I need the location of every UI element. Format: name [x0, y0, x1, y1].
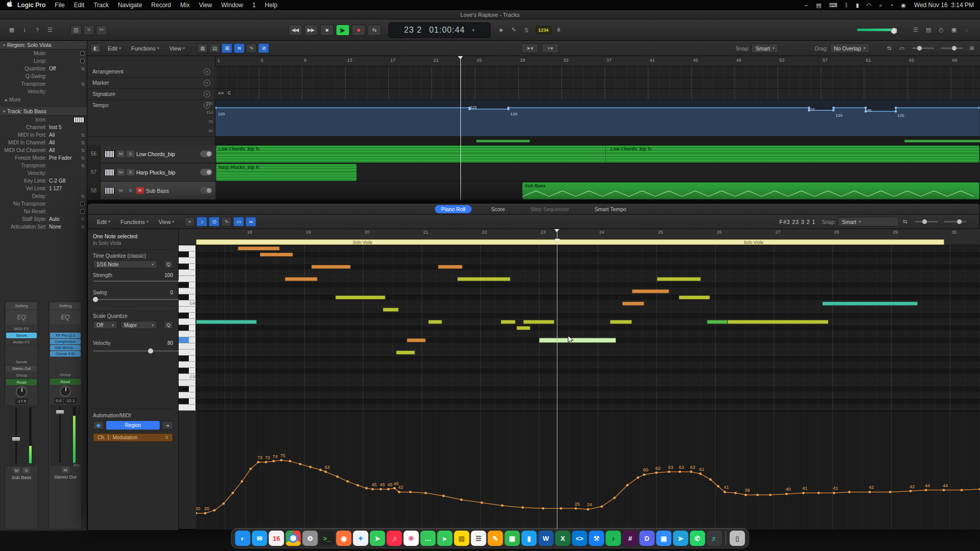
inspector-icon[interactable]: i [19, 25, 30, 35]
stepper[interactable]: ⇅ [81, 140, 85, 145]
help-icon[interactable]: ? [32, 25, 43, 35]
automation-mode-button[interactable]: Read [6, 379, 37, 385]
piano-key[interactable] [179, 325, 196, 331]
lcd-position[interactable]: 23 2 [404, 26, 422, 35]
midi-in-icon[interactable]: ♪ [197, 217, 207, 227]
plugin-slot-serum[interactable]: Serum [6, 333, 37, 338]
automation-parameter-dropdown[interactable]: Ch. 1: Modulation⇅ [93, 433, 173, 442]
playhead-marker[interactable] [555, 239, 560, 245]
menubar-item-mix[interactable]: Mix [176, 2, 194, 9]
dock-excel-icon[interactable]: X [555, 531, 571, 546]
dock-pages-icon[interactable]: ✎ [488, 531, 503, 546]
midi-note[interactable] [679, 295, 710, 299]
piano-key[interactable] [179, 258, 196, 264]
piano-key[interactable]: C3 [179, 374, 196, 380]
dock-messages-icon[interactable]: … [421, 531, 436, 546]
midi-note[interactable] [335, 295, 385, 299]
track-header-harp-plucks-bip[interactable]: 57 M S Harp Plucks_bip [87, 163, 215, 182]
piano-key[interactable] [179, 337, 196, 343]
mini-region[interactable] [904, 140, 980, 142]
inspector-row-velocity-[interactable]: Velocity: [0, 169, 87, 177]
dock-numbers-icon[interactable]: ▦ [505, 531, 520, 546]
dock-safari-icon[interactable]: ✦ [353, 531, 369, 546]
midi-note[interactable] [285, 277, 317, 281]
midi-note[interactable] [822, 302, 918, 306]
track-header-sub-bass[interactable]: 58 M S R Sub Bass [87, 182, 215, 200]
piano-key[interactable] [179, 368, 196, 374]
pan-knob[interactable] [60, 386, 71, 397]
piano-key[interactable] [179, 252, 196, 258]
dock-spotify-icon[interactable]: ♪ [606, 531, 621, 546]
apple-menu-icon[interactable] [6, 1, 13, 10]
stepper[interactable]: ⇅ [81, 82, 85, 87]
lcd-time[interactable]: 01:00:44 [429, 26, 465, 35]
dock-finder-icon[interactable]: ◐ [235, 531, 251, 546]
global-lane-area-tempo[interactable]: 120115120110120106120 [215, 100, 980, 137]
scale-quantize-apply-button[interactable]: Q [164, 321, 173, 329]
volume-readout[interactable]: -17.5 [15, 398, 28, 404]
link-icon[interactable]: ∞ [246, 217, 256, 227]
piano-key[interactable] [179, 288, 196, 294]
midi-note[interactable] [657, 277, 701, 281]
dock-settings-icon[interactable]: ⚙ [303, 531, 318, 546]
dock-vscode-icon[interactable]: <> [572, 531, 587, 546]
add-icon[interactable]: + [204, 80, 210, 86]
scale-root-dropdown[interactable]: Off▾ [93, 321, 117, 329]
catch-playhead-icon[interactable]: ⌖ [184, 217, 195, 227]
checkbox[interactable] [80, 51, 85, 56]
midi-note[interactable] [622, 302, 644, 306]
time-quantize-dropdown[interactable]: 1/16 Note▾ [93, 260, 157, 268]
note-grid[interactable] [196, 245, 980, 411]
wifi-icon[interactable]: ◠ [867, 2, 872, 9]
piano-key[interactable] [179, 313, 196, 319]
midi-note[interactable] [517, 326, 530, 330]
dock-maps-icon[interactable]: ➤ [370, 531, 385, 546]
midi-note[interactable] [438, 265, 462, 269]
piano-key[interactable] [179, 392, 196, 398]
menubar-app-name[interactable]: Logic Pro [13, 2, 50, 9]
track-icon[interactable] [105, 187, 115, 194]
forward-button[interactable]: ▶▶ [304, 24, 318, 36]
midi-note[interactable] [260, 253, 293, 257]
piano-key[interactable] [179, 270, 196, 276]
piano-roll-menu-edit[interactable]: Edit▾ [92, 219, 115, 225]
zoom-v-slider[interactable] [941, 47, 963, 49]
inspector-row-midi-in-channel-[interactable]: MIDI In Channel: All⇅ [0, 139, 87, 146]
bluetooth-icon[interactable]: ᛒ [845, 2, 848, 8]
piano-key[interactable] [179, 245, 196, 252]
track-icon[interactable] [74, 117, 85, 123]
piano-key[interactable] [179, 386, 196, 392]
dock-calendar-icon[interactable]: 16 [269, 531, 284, 546]
piano-key[interactable] [179, 380, 196, 386]
midi-note[interactable] [501, 320, 516, 324]
output-slot[interactable]: Stereo Out [6, 366, 37, 371]
region-more[interactable]: ▸ More [0, 95, 87, 104]
stepper[interactable]: ⇅ [81, 148, 85, 153]
apple-loops-icon[interactable]: ◴ [936, 25, 947, 35]
global-lane-area-marker[interactable] [215, 78, 980, 89]
record-enable-button[interactable]: R [136, 187, 144, 194]
hide-inspector-icon[interactable]: ◧ [90, 43, 101, 53]
add-icon[interactable]: + [204, 68, 210, 75]
midi-note[interactable] [727, 320, 828, 324]
stop-button[interactable]: ■ [320, 24, 334, 36]
toolbar-icon[interactable]: ☰ [44, 25, 56, 35]
piano-key[interactable]: C4 [179, 300, 196, 307]
inspector-row-staff-style-[interactable]: Staff Style: Auto⇅ [0, 215, 87, 223]
stats-icon[interactable]: ▤ [816, 2, 821, 9]
menubar-item-window[interactable]: Window [216, 2, 248, 9]
automation-share-icon[interactable]: ➔ [162, 421, 173, 430]
inspector-row-channel-[interactable]: Channel: Inst 5 [0, 123, 87, 131]
tab-smart-tempo[interactable]: Smart Tempo [589, 205, 632, 213]
keyboard-icon[interactable]: ⌨ [829, 2, 837, 9]
menubar-item-help[interactable]: Help [260, 2, 282, 9]
time-signature[interactable]: 4/4 [218, 91, 224, 95]
zoom-h-slider[interactable] [915, 221, 938, 222]
cut-tool-icon[interactable]: ✂ [96, 25, 107, 35]
inspector-row-transpose-[interactable]: Transpose: ⇅ [0, 80, 87, 88]
global-lane-area-arrangement[interactable] [215, 66, 980, 78]
dock-telegram-icon[interactable]: ➤ [673, 531, 689, 546]
mute-button[interactable]: M [13, 467, 20, 473]
track-icon[interactable] [105, 151, 115, 158]
catch-icon[interactable]: ⊘ [258, 43, 269, 53]
